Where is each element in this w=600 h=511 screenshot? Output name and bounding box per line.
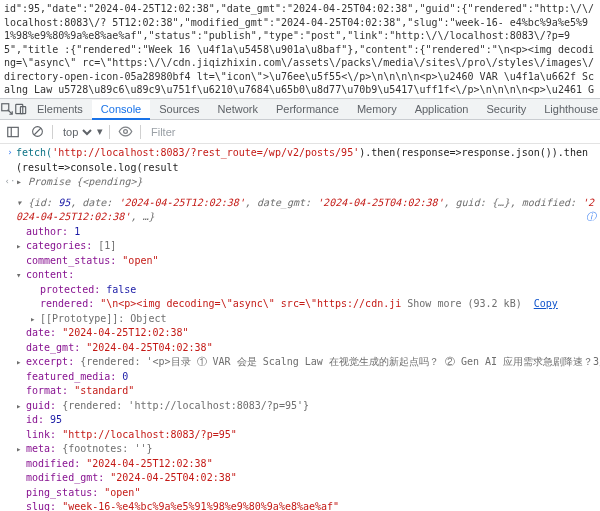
tab-performance[interactable]: Performance <box>267 99 348 119</box>
svg-rect-1 <box>16 104 23 113</box>
prop-id[interactable]: id: 95 <box>16 413 600 428</box>
prop-guid[interactable]: ▸guid: {rendered: 'http://localhost:8083… <box>16 399 600 414</box>
separator <box>52 125 53 139</box>
tab-application[interactable]: Application <box>406 99 478 119</box>
tab-elements[interactable]: Elements <box>28 99 92 119</box>
return-icon: ‹· <box>4 175 16 188</box>
filter-input[interactable] <box>147 124 596 140</box>
prop-author[interactable]: author: 1 <box>16 225 600 240</box>
svg-point-7 <box>123 130 127 134</box>
live-expression-icon[interactable] <box>116 123 134 141</box>
prop-excerpt[interactable]: ▸excerpt: {rendered: '<p>目录 ① VAR 会是 Sca… <box>16 355 600 370</box>
tab-security[interactable]: Security <box>477 99 535 119</box>
svg-rect-3 <box>8 127 19 136</box>
tab-lighthouse[interactable]: Lighthouse <box>535 99 600 119</box>
sidebar-toggle-icon[interactable] <box>4 123 22 141</box>
copy-link[interactable]: Copy <box>534 298 558 309</box>
svg-line-6 <box>34 128 41 135</box>
devtools-tabbar: Elements Console Sources Network Perform… <box>0 98 600 120</box>
prop-content-protected[interactable]: protected: false <box>16 283 600 298</box>
clear-console-icon[interactable] <box>28 123 46 141</box>
console-toolbar: top ▾ <box>0 120 600 144</box>
prop-comment-status[interactable]: comment_status: "open" <box>16 254 600 269</box>
prop-date[interactable]: date: "2024-04-25T12:02:38" <box>16 326 600 341</box>
chevron-down-icon: ▾ <box>97 125 103 138</box>
prop-format[interactable]: format: "standard" <box>16 384 600 399</box>
prop-featured-media[interactable]: featured_media: 0 <box>16 370 600 385</box>
tab-network[interactable]: Network <box>209 99 267 119</box>
prompt-icon: › <box>4 146 16 159</box>
tab-memory[interactable]: Memory <box>348 99 406 119</box>
separator <box>140 125 141 139</box>
prop-content-rendered[interactable]: rendered: "\n<p><img decoding=\"async\" … <box>16 297 600 312</box>
page-raw-json: id":95,"date":"2024-04-25T12:02:38","dat… <box>0 0 600 98</box>
object-tree: author: 1 ▸categories: [1] comment_statu… <box>0 225 600 512</box>
prop-link[interactable]: link: "http://localhost:8083/?p=95" <box>16 428 600 443</box>
console-return-line: ‹· ▸ Promise {<pending>} <box>0 175 600 190</box>
separator <box>109 125 110 139</box>
prop-meta[interactable]: ▸meta: {footnotes: ''} <box>16 442 600 457</box>
prop-modified[interactable]: modified: "2024-04-25T12:02:38" <box>16 457 600 472</box>
console-input-line[interactable]: › fetch('http://localhost:8083/?rest_rou… <box>0 146 600 175</box>
prop-slug[interactable]: slug: "week-16-%e4%bc%9a%e5%91%98%e9%80%… <box>16 500 600 511</box>
device-toolbar-icon[interactable] <box>14 102 28 116</box>
prop-content[interactable]: ▾content: <box>16 268 600 283</box>
context-selector[interactable]: top <box>59 125 95 139</box>
inspect-icon[interactable] <box>0 102 14 116</box>
prop-modified-gmt[interactable]: modified_gmt: "2024-04-25T04:02:38" <box>16 471 600 486</box>
prop-content-proto[interactable]: ▸[[Prototype]]: Object <box>16 312 600 327</box>
prop-date-gmt[interactable]: date_gmt: "2024-04-25T04:02:38" <box>16 341 600 356</box>
tab-console[interactable]: Console <box>92 100 150 120</box>
prop-categories[interactable]: ▸categories: [1] <box>16 239 600 254</box>
console-output: › fetch('http://localhost:8083/?rest_rou… <box>0 144 600 511</box>
tab-sources[interactable]: Sources <box>150 99 208 119</box>
prop-ping-status[interactable]: ping_status: "open" <box>16 486 600 501</box>
object-summary[interactable]: ▾ {id: 95, date: '2024-04-25T12:02:38', … <box>0 196 600 225</box>
